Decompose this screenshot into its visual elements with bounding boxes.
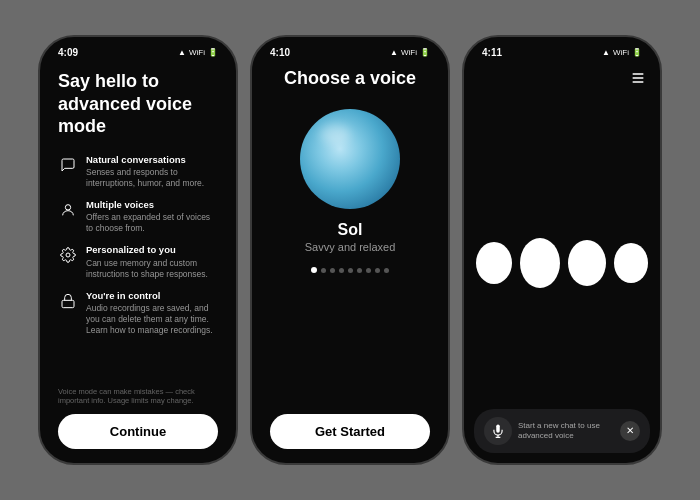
svg-rect-2 [62, 300, 74, 307]
feature-voices-title: Multiple voices [86, 199, 218, 211]
feature-control-desc: Audio recordings are saved, and you can … [86, 303, 218, 336]
voice-avatar [300, 109, 400, 209]
status-bar-2: 4:10 ▲ WiFi 🔋 [252, 37, 448, 62]
screen-content-3: Start a new chat to use advanced voice ✕ [464, 62, 660, 463]
dot-0 [311, 267, 317, 273]
feature-voices-text: Multiple voices Offers an expanded set o… [86, 199, 218, 234]
dot-8 [384, 268, 389, 273]
phone-2: 4:10 ▲ WiFi 🔋 Choose a voice Sol Savvy a… [250, 35, 450, 465]
wifi-icon-3: WiFi [613, 48, 629, 57]
dot-5 [357, 268, 362, 273]
feature-voices: Multiple voices Offers an expanded set o… [58, 199, 218, 234]
blob-1 [476, 242, 512, 284]
close-button[interactable]: ✕ [620, 421, 640, 441]
status-icons-1: ▲ WiFi 🔋 [178, 48, 218, 57]
voice-blobs [476, 238, 648, 288]
dot-1 [321, 268, 326, 273]
time-2: 4:10 [270, 47, 290, 58]
choose-title: Choose a voice [284, 68, 416, 89]
phone-3: 4:11 ▲ WiFi 🔋 Start a new chat to use ad… [462, 35, 662, 465]
wifi-icon: WiFi [189, 48, 205, 57]
feature-personalized: Personalized to you Can use memory and c… [58, 244, 218, 279]
voices-icon [58, 200, 78, 220]
bottom-text: Start a new chat to use advanced voice [518, 421, 614, 442]
dots-indicator [311, 267, 389, 273]
phone-1: 4:09 ▲ WiFi 🔋 Say hello to advanced voic… [38, 35, 238, 465]
feature-personalized-title: Personalized to you [86, 244, 218, 256]
gear-icon [58, 245, 78, 265]
time-3: 4:11 [482, 47, 502, 58]
feature-list: Natural conversations Senses and respond… [58, 154, 218, 379]
feature-control-title: You're in control [86, 290, 218, 302]
blob-3 [568, 240, 606, 286]
close-icon: ✕ [626, 426, 634, 436]
battery-icon-2: 🔋 [420, 48, 430, 57]
settings-icon[interactable] [630, 70, 646, 90]
status-icons-3: ▲ WiFi 🔋 [602, 48, 642, 57]
signal-icon: ▲ [178, 48, 186, 57]
time-1: 4:09 [58, 47, 78, 58]
chat-icon [58, 155, 78, 175]
feature-voices-desc: Offers an expanded set of voices to choo… [86, 212, 218, 234]
dot-2 [330, 268, 335, 273]
battery-icon: 🔋 [208, 48, 218, 57]
wifi-icon-2: WiFi [401, 48, 417, 57]
feature-personalized-text: Personalized to you Can use memory and c… [86, 244, 218, 279]
status-bar-1: 4:09 ▲ WiFi 🔋 [40, 37, 236, 62]
feature-natural-desc: Senses and responds to interruptions, hu… [86, 167, 218, 189]
status-bar-3: 4:11 ▲ WiFi 🔋 [464, 37, 660, 62]
get-started-button[interactable]: Get Started [270, 414, 430, 449]
dot-4 [348, 268, 353, 273]
battery-icon-3: 🔋 [632, 48, 642, 57]
svg-point-0 [65, 205, 70, 210]
voice-description: Savvy and relaxed [305, 241, 396, 253]
blob-2 [520, 238, 560, 288]
feature-control-text: You're in control Audio recordings are s… [86, 290, 218, 336]
screen-content-1: Say hello to advanced voice mode Natural… [40, 62, 236, 463]
signal-icon-3: ▲ [602, 48, 610, 57]
disclaimer-text: Voice mode can make mistakes — check imp… [58, 387, 218, 407]
bottom-action-bar: Start a new chat to use advanced voice ✕ [474, 409, 650, 453]
feature-control: You're in control Audio recordings are s… [58, 290, 218, 336]
screen-content-2: Choose a voice Sol Savvy and relaxed Get… [252, 62, 448, 463]
svg-point-1 [66, 253, 70, 257]
blob-4 [614, 243, 648, 283]
main-title: Say hello to advanced voice mode [58, 70, 218, 138]
signal-icon-2: ▲ [390, 48, 398, 57]
dot-3 [339, 268, 344, 273]
feature-natural: Natural conversations Senses and respond… [58, 154, 218, 189]
feature-natural-title: Natural conversations [86, 154, 218, 166]
feature-personalized-desc: Can use memory and custom instructions t… [86, 258, 218, 280]
dot-6 [366, 268, 371, 273]
lock-icon [58, 291, 78, 311]
status-icons-2: ▲ WiFi 🔋 [390, 48, 430, 57]
voice-name: Sol [338, 221, 363, 239]
dot-7 [375, 268, 380, 273]
feature-natural-text: Natural conversations Senses and respond… [86, 154, 218, 189]
mic-button[interactable] [484, 417, 512, 445]
continue-button[interactable]: Continue [58, 414, 218, 449]
